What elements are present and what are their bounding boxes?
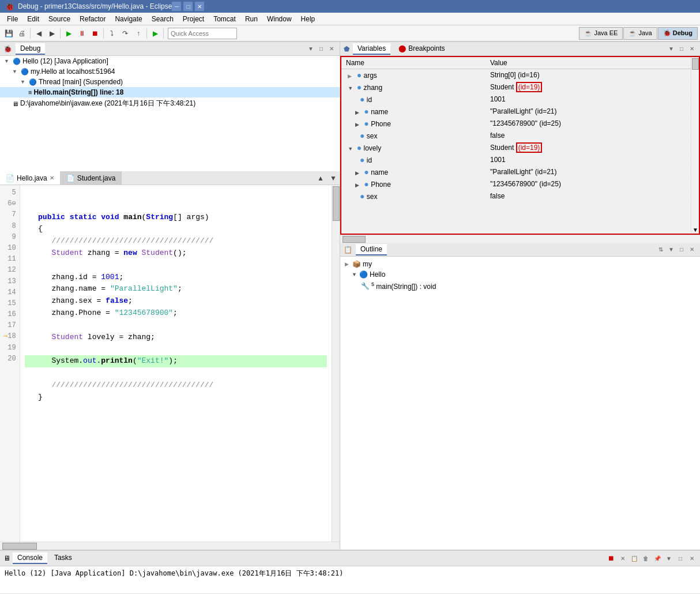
var-scrollbar-thumb[interactable] xyxy=(692,58,699,70)
menu-project[interactable]: Project xyxy=(178,14,209,24)
tb-debug-suspend[interactable]: ⏸ xyxy=(76,27,88,40)
var-row-zhang-phone[interactable]: ▶ ● Phone "12345678900" (id=25) xyxy=(341,118,699,130)
debug-tree-item-myapp[interactable]: ▼ 🔵 my.Hello at localhost:51964 xyxy=(0,66,340,77)
var-row-args[interactable]: ▶ ● args String[0] (id=16) xyxy=(341,69,699,81)
menu-navigate[interactable]: Navigate xyxy=(110,14,146,24)
outline-item-main[interactable]: 🔧 s main(String[]) : void xyxy=(343,280,698,292)
tab-variables[interactable]: Variables xyxy=(353,43,390,55)
tb-run[interactable]: ▶ xyxy=(149,27,161,40)
console-content: Hello (12) [Java Application] D:\javahom… xyxy=(0,566,700,593)
package-icon: 📦 xyxy=(352,260,361,268)
debug-tree-item-hello[interactable]: ▼ 🔵 Hello (12) [Java Application] xyxy=(0,56,340,66)
tab-debug[interactable]: Debug xyxy=(16,43,45,55)
menu-run[interactable]: Run xyxy=(240,14,262,24)
var-row-zhang-sex[interactable]: ● sex false xyxy=(341,130,699,142)
console-close[interactable]: ✕ xyxy=(687,554,697,563)
var-value-zhang-id: 1001 xyxy=(486,93,699,106)
breakpoint-icon: ⬤ xyxy=(398,44,406,52)
tb-step-over[interactable]: ↷ xyxy=(119,27,131,40)
editor-scroll-up[interactable]: ▲ xyxy=(314,171,327,185)
outline-item-hello[interactable]: ▼ 🔵 Hello xyxy=(343,269,698,280)
debug-maximize[interactable]: □ xyxy=(317,44,326,54)
var-name-lovely-id: id xyxy=(367,156,372,164)
debug-tree-item-process[interactable]: 🖥 D:\javahome\bin\javaw.exe (2021年1月16日 … xyxy=(0,97,340,110)
tb-debug-stop[interactable]: ⏹ xyxy=(89,27,101,40)
menu-help[interactable]: Help xyxy=(296,14,320,24)
debug-item-label4: Hello.main(String[]) line: 18 xyxy=(33,88,123,96)
editor-hscrollbar-thumb[interactable] xyxy=(2,543,37,550)
debug-close[interactable]: ✕ xyxy=(327,44,336,54)
console-minimize[interactable]: ▼ xyxy=(664,554,673,563)
outline-item-my[interactable]: ▶ 📦 my xyxy=(343,259,698,269)
perspective-debug[interactable]: 🐞 Debug xyxy=(658,27,698,40)
menu-refactor[interactable]: Refactor xyxy=(75,14,110,24)
maximize-button[interactable]: □ xyxy=(183,2,193,11)
var-scroll-down[interactable]: ▼ xyxy=(691,225,699,234)
menu-window[interactable]: Window xyxy=(262,14,296,24)
tab-outline[interactable]: Outline xyxy=(356,244,387,255)
outline-maximize[interactable]: □ xyxy=(677,245,686,254)
var-minimize[interactable]: ▼ xyxy=(667,44,676,54)
outline-close[interactable]: ✕ xyxy=(687,245,697,254)
menu-source[interactable]: Source xyxy=(44,14,75,24)
outline-minimize[interactable]: ▼ xyxy=(667,245,676,254)
debug-tree-item-stackframe[interactable]: ≡ Hello.main(String[]) line: 18 xyxy=(0,87,340,97)
console-pin[interactable]: 📌 xyxy=(653,554,662,563)
line-numbers: 5 6⊖ 7 8 9 10 11 12 13 14 15 16 17 ⇒18 1… xyxy=(0,185,20,542)
var-name-lovely: lovely xyxy=(364,144,382,152)
outline-collapse[interactable]: ⇅ xyxy=(656,245,665,254)
thread-icon: 🔵 xyxy=(21,68,29,76)
var-row-lovely[interactable]: ▼ ● lovely Student (id=19) xyxy=(341,142,699,154)
var-hscrollbar-thumb[interactable] xyxy=(343,236,366,243)
menu-file[interactable]: File xyxy=(2,14,22,24)
var-row-lovely-phone[interactable]: ▶ ● Phone "12345678900" (id=25) xyxy=(341,178,699,190)
console-clear[interactable]: 🗑 xyxy=(641,554,650,563)
code-editor[interactable]: 5 6⊖ 7 8 9 10 11 12 13 14 15 16 17 ⇒18 1… xyxy=(0,185,340,542)
editor-hscrollbar[interactable] xyxy=(0,542,340,550)
tab-hello-close[interactable]: ✕ xyxy=(50,175,54,181)
var-vscrollbar[interactable]: ▼ xyxy=(691,57,699,234)
var-row-zhang-name[interactable]: ▶ ● name "ParallelLight" (id=21) xyxy=(341,106,699,118)
tab-hello-java[interactable]: 📄 Hello.java ✕ xyxy=(0,171,61,185)
tb-save[interactable]: 💾 xyxy=(2,27,15,40)
var-row-zhang[interactable]: ▼ ● zhang Student (id=19) xyxy=(341,81,699,93)
tab-breakpoints[interactable]: ⬤ Breakpoints xyxy=(394,43,449,55)
tb-step-return[interactable]: ↑ xyxy=(132,27,145,40)
tb-forward[interactable]: ▶ xyxy=(46,27,58,40)
editor-vscrollbar-thumb[interactable] xyxy=(333,186,340,221)
menu-edit[interactable]: Edit xyxy=(22,14,44,24)
perspective-java[interactable]: ☕ Java xyxy=(623,27,657,40)
editor-scroll-dn[interactable]: ▼ xyxy=(327,171,340,185)
var-close[interactable]: ✕ xyxy=(687,44,697,54)
console-close-input[interactable]: ✕ xyxy=(618,554,627,563)
var-row-lovely-sex[interactable]: ● sex false xyxy=(341,190,699,202)
col-value: Value xyxy=(486,57,699,69)
tab-tasks[interactable]: Tasks xyxy=(50,552,77,564)
var-maximize[interactable]: □ xyxy=(677,44,686,54)
var-row-lovely-name[interactable]: ▶ ● name "ParallelLight" (id=21) xyxy=(341,166,699,178)
console-new[interactable]: 📋 xyxy=(630,554,639,563)
tb-back[interactable]: ◀ xyxy=(32,27,45,40)
tab-hello-label: Hello.java xyxy=(17,174,47,182)
debug-minimize[interactable]: ▼ xyxy=(306,44,315,54)
menu-search[interactable]: Search xyxy=(147,14,178,24)
var-row-lovely-id[interactable]: ● id 1001 xyxy=(341,154,699,166)
tab-student-java[interactable]: 📄 Student.java xyxy=(61,171,122,185)
method-icon: 🔧 xyxy=(361,282,370,290)
var-row-zhang-id[interactable]: ● id 1001 xyxy=(341,93,699,106)
menu-tomcat[interactable]: Tomcat xyxy=(209,14,240,24)
quick-access-input[interactable] xyxy=(168,28,237,39)
tb-print[interactable]: 🖨 xyxy=(16,27,28,40)
tab-console[interactable]: Console xyxy=(13,552,47,564)
close-button[interactable]: ✕ xyxy=(195,2,204,11)
console-stop[interactable]: ⏹ xyxy=(607,554,616,563)
tb-step-into[interactable]: ⤵ xyxy=(106,27,118,40)
perspective-javaee[interactable]: ☕ Java EE xyxy=(579,27,623,40)
console-maximize[interactable]: □ xyxy=(676,554,685,563)
editor-vscrollbar[interactable] xyxy=(332,185,340,542)
minimize-button[interactable]: ─ xyxy=(172,2,181,11)
tb-debug-resume[interactable]: ▶ xyxy=(62,27,75,40)
var-hscrollbar[interactable] xyxy=(340,235,700,243)
variables-body: ▶ ● args String[0] (id=16) ▼ ● zhang xyxy=(341,69,699,202)
debug-tree-item-thread[interactable]: ▼ 🔵 Thread [main] (Suspended) xyxy=(0,77,340,87)
